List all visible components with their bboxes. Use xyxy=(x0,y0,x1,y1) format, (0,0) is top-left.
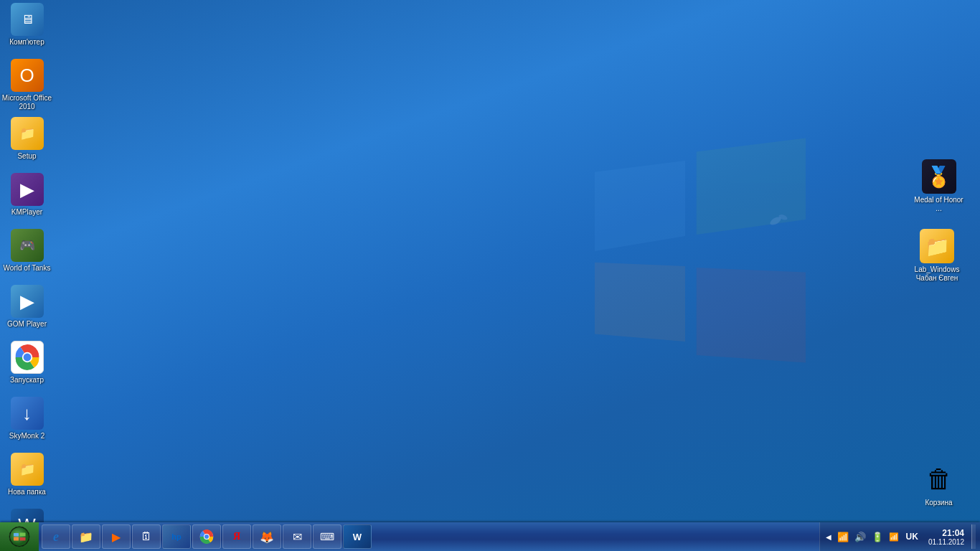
tray-arrow[interactable]: ◀ xyxy=(824,532,833,542)
svg-rect-56 xyxy=(20,533,26,537)
svg-point-54 xyxy=(10,527,29,546)
icon-setup[interactable]: 📁 Setup xyxy=(0,114,54,170)
labwin-chaban-icon[interactable]: 📁 Lab_Windows Чабан Євген xyxy=(908,226,966,286)
taskbar-hp[interactable]: hp xyxy=(162,524,191,549)
taskbar-keyboard[interactable]: ⌨ xyxy=(313,524,341,549)
icon-gompl[interactable]: ▶ GOM Player xyxy=(0,282,54,338)
icon-skymonk[interactable]: ↓ SkyMonk 2 xyxy=(0,394,54,450)
icon-computer[interactable]: 🖥 Комп'ютер xyxy=(0,0,54,56)
svg-point-61 xyxy=(204,534,209,539)
desktop-icons-container: 🖥 Комп'ютер O Microsoft Office 2010 📁 Se… xyxy=(0,0,925,522)
svg-rect-58 xyxy=(20,537,26,541)
taskbar-item4[interactable]: 🗓 xyxy=(132,524,161,549)
tray-datetime[interactable]: 21:04 01.11.2012 xyxy=(924,527,969,547)
system-tray: ◀ 📶 🔊 🔋 📶 UK 21:04 01.11.2012 xyxy=(819,522,980,551)
tray-battery[interactable]: 🔋 xyxy=(870,530,885,544)
taskbar-wmp[interactable]: ▶ xyxy=(102,524,131,549)
trash-icon[interactable]: 🗑 Корзина xyxy=(912,459,966,510)
taskbar-yandex[interactable]: Я xyxy=(222,524,251,549)
taskbar-firefox[interactable]: 🦊 xyxy=(253,524,281,549)
start-button[interactable] xyxy=(0,522,39,551)
icon-launcher[interactable]: Запускатр xyxy=(0,338,54,394)
honor-icon[interactable]: 🏅 Medal of Honor ... xyxy=(912,156,966,216)
icon-worldoftanks[interactable]: 🎮 World of Tanks xyxy=(0,226,54,282)
taskbar: e 📁 ▶ 🗓 hp Я 🦊 ✉ ⌨ W ◀ 📶 🔊 🔋 📶 U xyxy=(0,522,980,551)
svg-rect-57 xyxy=(14,537,19,541)
taskbar-explorer[interactable]: 📁 xyxy=(72,524,100,549)
tray-network[interactable]: 📶 xyxy=(836,530,850,544)
tray-volume[interactable]: 🔊 xyxy=(853,530,867,544)
taskbar-chrome[interactable] xyxy=(192,524,221,549)
tray-lang[interactable]: UK xyxy=(903,530,921,543)
taskbar-apps: e 📁 ▶ 🗓 hp Я 🦊 ✉ ⌨ W xyxy=(39,522,374,551)
taskbar-word[interactable]: W xyxy=(343,524,372,549)
icon-newfolder[interactable]: 📁 Нова папка xyxy=(0,450,54,506)
taskbar-ie[interactable]: e xyxy=(42,524,70,549)
taskbar-mail[interactable]: ✉ xyxy=(283,524,311,549)
icon-office[interactable]: O Microsoft Office 2010 xyxy=(0,56,54,114)
icon-kmplayer[interactable]: ▶ KMPlayer xyxy=(0,170,54,226)
tray-show-desktop[interactable] xyxy=(971,524,976,549)
tray-signal[interactable]: 📶 xyxy=(887,531,900,543)
svg-point-4 xyxy=(23,354,31,362)
svg-rect-55 xyxy=(14,533,19,537)
